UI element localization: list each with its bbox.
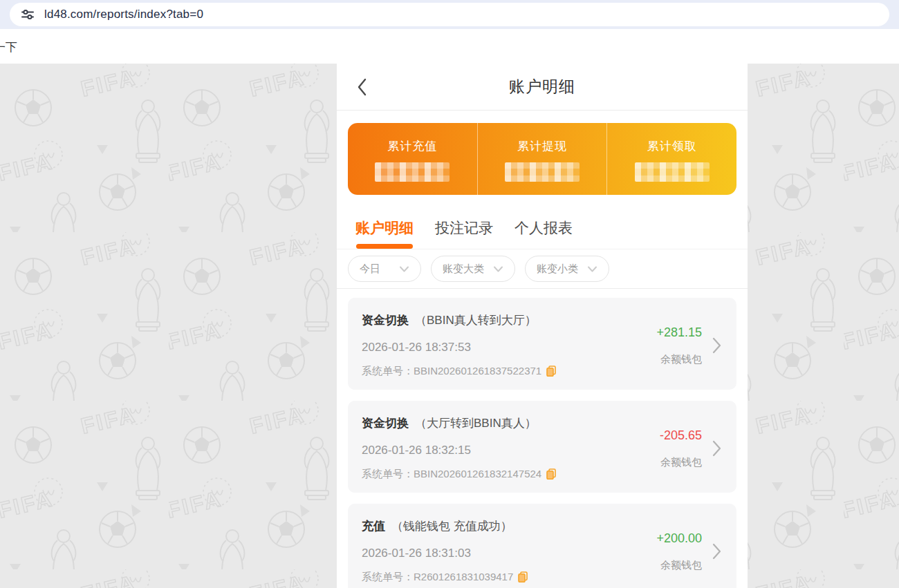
site-settings-button[interactable]	[18, 5, 37, 24]
chevron-down-icon	[493, 265, 503, 273]
chevron-left-icon	[356, 77, 369, 97]
copy-button[interactable]	[546, 366, 556, 377]
transaction-type: 资金切换	[362, 417, 409, 430]
summary-card: 累计充值 累计提现 累计领取	[348, 123, 736, 195]
filter-label: 账变小类	[537, 263, 578, 276]
summary-item: 累计领取	[606, 123, 736, 195]
order-number: BBIN202601261832147524	[414, 467, 541, 481]
summary-label: 累计充值	[387, 138, 437, 154]
wallet-label: 余额钱包	[660, 559, 702, 572]
order-number-label: 系统单号：	[362, 570, 414, 584]
transaction-amount: -205.65	[660, 427, 702, 444]
transaction-type: 充值	[362, 520, 385, 533]
address-bar[interactable]: ld48.com/reports/index?tab=0	[10, 3, 889, 26]
masked-value	[375, 162, 450, 182]
transaction-datetime: 2026-01-26 18:32:15	[362, 442, 660, 458]
summary-item: 累计充值	[348, 123, 477, 195]
app-header: 账户明细	[337, 64, 748, 111]
chevron-down-icon	[399, 265, 409, 273]
transaction-type: 资金切换	[362, 314, 409, 327]
filter-dropdown[interactable]: 今日	[348, 256, 421, 282]
chevron-right-icon[interactable]	[711, 336, 723, 354]
transaction-datetime: 2026-01-26 18:37:53	[362, 339, 656, 355]
active-tab-indicator	[436, 244, 492, 249]
clipped-text: 一下	[0, 39, 17, 55]
filter-dropdown[interactable]: 账变大类	[431, 256, 515, 282]
masked-value	[505, 162, 580, 182]
order-number-label: 系统单号：	[362, 364, 414, 378]
chevron-right-icon[interactable]	[711, 439, 723, 457]
page-top-strip: 一下	[0, 29, 899, 64]
order-number: BBIN202601261837522371	[414, 364, 541, 378]
transaction-row[interactable]: 充值（钱能钱包 充值成功） 2026-01-26 18:31:03 系统单号：R…	[348, 504, 736, 588]
transaction-list: 资金切换（BBIN真人转到大厅） 2026-01-26 18:37:53 系统单…	[337, 289, 748, 588]
wallet-label: 余额钱包	[660, 353, 702, 366]
copy-icon	[518, 571, 528, 582]
order-number: R2601261831039417	[414, 570, 513, 584]
filter-label: 账变大类	[443, 263, 484, 276]
page-title: 账户明细	[509, 76, 575, 97]
app-panel: 账户明细 累计充值 累计提现 累计领取 账户明细 投注记录 个人报表 今日 账变…	[337, 64, 748, 588]
tab-0[interactable]: 账户明细	[355, 218, 414, 249]
tab-bar: 账户明细 投注记录 个人报表	[337, 195, 748, 249]
copy-icon	[546, 366, 556, 377]
summary-label: 累计提现	[517, 138, 567, 154]
wallet-label: 余额钱包	[660, 456, 702, 469]
transaction-note: （BBIN真人转到大厅）	[415, 314, 537, 327]
copy-button[interactable]	[546, 468, 556, 480]
tune-icon	[20, 7, 35, 22]
copy-button[interactable]	[518, 571, 528, 582]
transaction-row[interactable]: 资金切换（BBIN真人转到大厅） 2026-01-26 18:37:53 系统单…	[348, 298, 736, 390]
transaction-note: （大厅转到BBIN真人）	[415, 417, 537, 430]
active-tab-indicator	[356, 244, 413, 249]
filter-label: 今日	[360, 263, 380, 276]
masked-value	[635, 162, 710, 182]
summary-item: 累计提现	[477, 123, 607, 195]
order-number-label: 系统单号：	[362, 467, 414, 481]
transaction-amount: +281.15	[656, 324, 702, 341]
chevron-down-icon	[587, 265, 597, 273]
tab-2[interactable]: 个人报表	[515, 218, 573, 249]
transaction-row[interactable]: 资金切换（大厅转到BBIN真人） 2026-01-26 18:32:15 系统单…	[348, 401, 736, 493]
transaction-amount: +200.00	[656, 530, 702, 547]
back-button[interactable]	[353, 75, 371, 99]
tab-1[interactable]: 投注记录	[435, 218, 493, 249]
chevron-right-icon[interactable]	[711, 542, 723, 560]
filter-dropdown[interactable]: 账变小类	[525, 256, 609, 282]
copy-icon	[546, 468, 556, 480]
url-text[interactable]: ld48.com/reports/index?tab=0	[44, 8, 203, 21]
page-background: FIFA FIFA	[0, 64, 899, 588]
active-tab-indicator	[515, 244, 572, 249]
filter-bar: 今日 账变大类 账变小类	[337, 249, 748, 289]
transaction-datetime: 2026-01-26 18:31:03	[362, 545, 656, 561]
browser-toolbar: ld48.com/reports/index?tab=0	[0, 0, 899, 29]
transaction-note: （钱能钱包 充值成功）	[391, 520, 512, 533]
summary-label: 累计领取	[647, 138, 697, 154]
